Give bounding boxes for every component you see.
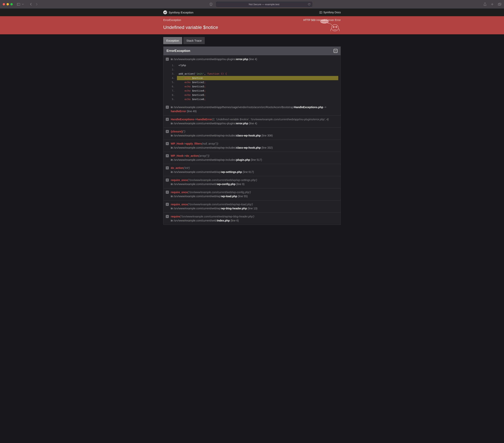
book-icon — [319, 11, 322, 14]
minimize-window-button[interactable] — [7, 3, 9, 5]
frame-location[interactable]: in /srv/www/example.com/current/web/wp/w… — [171, 158, 338, 162]
stack-frame: +require_once('/srv/www/example.com/curr… — [163, 176, 341, 188]
frame-call[interactable]: require_once('/srv/www/example.com/curre… — [171, 190, 338, 194]
error-title: Undefined variable $notice — [163, 25, 341, 30]
frame-location[interactable]: in /srv/www/example.com/current/web/wp/w… — [171, 170, 338, 174]
frame-location[interactable]: in /srv/www/example.com/current/web/wp-c… — [171, 182, 338, 186]
panel-header[interactable]: ErrorException — [163, 47, 341, 55]
expand-frame-button[interactable]: + — [166, 130, 169, 133]
expand-frame-button[interactable]: + — [166, 142, 169, 145]
frame-location[interactable]: in /srv/www/example.com/current/web/app/… — [171, 121, 338, 125]
stack-frame: +require_once('/srv/www/example.com/curr… — [163, 188, 341, 200]
code-line: add_action('init', function () { — [177, 72, 338, 76]
exception-panel: ErrorException − in /srv/www/example.com… — [163, 47, 341, 225]
lineno: 2. — [171, 68, 177, 72]
exception-class[interactable]: ErrorException — [163, 18, 181, 22]
frame-location[interactable]: in /srv/www/example.com/current/web/wp/w… — [171, 206, 338, 210]
address-bar[interactable]: Not Secure — example.test — [216, 1, 312, 7]
close-window-button[interactable] — [3, 3, 5, 5]
code-line: echo $notice2; — [177, 80, 338, 85]
symfony-topbar: sf Symfony Exception Symfony Docs — [0, 8, 504, 16]
reload-icon[interactable] — [308, 3, 310, 6]
back-button[interactable] — [29, 3, 32, 6]
code-line: <?php — [177, 63, 338, 68]
docs-link[interactable]: Symfony Docs — [319, 11, 341, 14]
frame-call[interactable]: require_once('/srv/www/example.com/curre… — [171, 178, 338, 182]
frame-call[interactable]: require_once('/srv/www/example.com/curre… — [171, 203, 338, 206]
frame-location[interactable]: in /srv/www/example.com/current/web/wp/w… — [171, 134, 338, 138]
expand-frame-button[interactable]: + — [166, 166, 169, 170]
tab-stack-trace[interactable]: Stack Trace — [183, 37, 205, 44]
docs-label: Symfony Docs — [324, 11, 341, 14]
stack-frame: +require_once('/srv/www/example.com/curr… — [163, 200, 341, 212]
expand-frame-button[interactable]: + — [166, 203, 169, 206]
lineno: 9. — [171, 97, 177, 102]
expand-frame-button[interactable]: + — [166, 118, 169, 121]
frame-location[interactable]: in /srv/www/example.com/current/web/app/… — [171, 57, 338, 61]
frame-call[interactable]: do_action('init') — [171, 166, 338, 170]
stack-frame: +WP_Hook->apply_filters(null, array(''))… — [163, 139, 341, 152]
lineno: 5. — [171, 80, 177, 85]
expand-frame-button[interactable]: + — [166, 191, 169, 194]
code-line: echo $notice4; — [177, 89, 338, 93]
chevron-down-icon[interactable] — [21, 3, 24, 6]
error-banner: ErrorException HTTP 500 Internal Server … — [0, 16, 504, 34]
code-line: echo $notice3; — [177, 85, 338, 89]
tab-bar: Exception Stack Trace — [163, 37, 341, 44]
svg-rect-5 — [498, 4, 501, 6]
http-code: HTTP 500 — [303, 18, 316, 22]
collapse-frame-button[interactable]: − — [166, 58, 169, 61]
frame-location[interactable]: in /srv/www/example.com/current/web/wp/w… — [171, 194, 338, 198]
expand-frame-button[interactable]: + — [166, 106, 169, 109]
code-line — [177, 68, 338, 72]
stack-frame: +HandleExceptions->handleError(2, 'Undef… — [163, 115, 341, 127]
privacy-shield-icon[interactable] — [210, 3, 213, 6]
symfony-logo-icon: sf — [163, 10, 167, 14]
code-line-highlighted: echo $notice; — [177, 76, 338, 80]
sidebar-icon[interactable] — [17, 3, 20, 6]
expand-frame-button[interactable]: + — [166, 179, 169, 182]
page-body: sf Symfony Exception Symfony Docs ErrorE… — [0, 8, 504, 443]
frame-call[interactable]: WP_Hook->apply_filters(null, array('')) — [171, 142, 338, 146]
stack-frame: +require('/srv/www/example.com/current/w… — [163, 212, 341, 225]
frame-location[interactable]: in /srv/www/example.com/current/web/inde… — [171, 219, 338, 223]
svg-point-10 — [333, 27, 334, 27]
frame-call[interactable]: HandleExceptions->handleError(2, 'Undefi… — [171, 117, 338, 121]
code-snippet: 1.<?php 2. 3.add_action('init', function… — [171, 63, 338, 102]
svg-rect-0 — [17, 3, 20, 5]
stack-frame: +in /srv/www/example.com/current/web/app… — [163, 103, 341, 115]
stack-frame: +WP_Hook->do_action(array(''))in /srv/ww… — [163, 152, 341, 164]
frame-location[interactable]: in /srv/www/example.com/current/web/wp/w… — [171, 146, 338, 150]
forward-button[interactable] — [35, 3, 38, 6]
code-line: echo $notice5; — [177, 93, 338, 97]
lineno: 1. — [171, 63, 177, 68]
stack-frame: +{closure}('')in /srv/www/example.com/cu… — [163, 127, 341, 139]
svg-point-11 — [336, 27, 337, 27]
browser-chrome: Not Secure — example.test — [0, 0, 504, 8]
collapse-all-button[interactable] — [334, 49, 338, 53]
new-tab-icon[interactable] — [491, 3, 494, 6]
mascot-bubble-text: Exception! — [320, 20, 329, 23]
stack-frame: +do_action('init')in /srv/www/example.co… — [163, 164, 341, 176]
code-line: echo $notice6; — [177, 97, 338, 102]
expand-frame-button[interactable]: + — [166, 154, 169, 157]
tab-exception[interactable]: Exception — [163, 37, 182, 44]
maximize-window-button[interactable] — [10, 3, 13, 5]
address-text: Not Secure — example.test — [249, 3, 279, 6]
traffic-lights — [3, 3, 13, 5]
lineno: 8. — [171, 93, 177, 97]
lineno: 3. — [171, 72, 177, 76]
content-area: Exception Stack Trace ErrorException − i… — [163, 34, 341, 233]
symfony-mascot: Exception! — [320, 18, 341, 32]
tabs-overview-icon[interactable] — [498, 3, 501, 6]
frame-call[interactable]: require('/srv/www/example.com/current/we… — [171, 215, 338, 219]
frame-call[interactable]: WP_Hook->do_action(array('')) — [171, 154, 338, 158]
lineno: 6. — [171, 85, 177, 89]
frame-call[interactable]: {closure}('') — [171, 130, 338, 134]
frame-call[interactable]: in /srv/www/example.com/current/web/app/… — [171, 105, 338, 113]
lineno: 7. — [171, 89, 177, 93]
share-icon[interactable] — [484, 2, 486, 6]
stack-frame-expanded: − in /srv/www/example.com/current/web/ap… — [163, 55, 341, 103]
expand-frame-button[interactable]: + — [166, 215, 169, 218]
lineno: 4. — [171, 76, 177, 80]
